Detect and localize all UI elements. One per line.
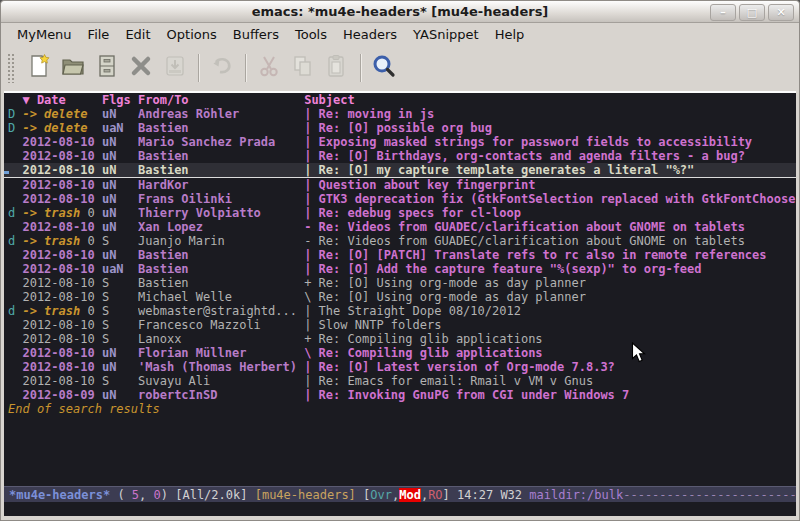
minibuffer-echo-area[interactable] — [4, 502, 796, 516]
column-date[interactable]: ▼ Date — [22, 93, 101, 107]
message-subject: | Re: [O] Latest version of Org-mode 7.8… — [304, 360, 796, 374]
message-row[interactable]: 2012-08-10 uN 'Mash (Thomas Herbert) | R… — [4, 360, 796, 374]
message-list: D -> delete uN Andreas Röhler | Re: movi… — [4, 107, 796, 402]
date-or-mark: 2012-08-10 — [22, 318, 101, 332]
message-row[interactable]: 2012-08-10 uN Bastien | Re: [O] my captu… — [4, 163, 796, 178]
modeline-segment-plain: ) [All/2.0k] — [161, 488, 255, 502]
search-button[interactable] — [367, 52, 401, 84]
menu-buffers[interactable]: Buffers — [225, 25, 287, 44]
end-of-search-results: End of search results — [4, 402, 796, 416]
open-folder-icon — [60, 53, 86, 83]
title-bar[interactable]: emacs: *mu4e-headers* [mu4e-headers] –□✕ — [1, 1, 799, 23]
message-row[interactable]: d -> trash 0 S Juanjo Marin - Re: Videos… — [4, 234, 796, 248]
menu-tools[interactable]: Tools — [287, 25, 335, 44]
message-from: Frans Oilinki — [138, 192, 304, 206]
modeline-segment-ovr: Ovr — [370, 488, 392, 502]
menu-bar: MyMenuFileEditOptionsBuffersToolsHeaders… — [1, 23, 799, 46]
modeline-segment-plain: , — [139, 488, 153, 502]
message-row[interactable]: 2012-08-10 S Michael Welle \ Re: [O] Usi… — [4, 290, 796, 304]
cut-icon — [256, 53, 282, 83]
copy-button — [286, 52, 320, 84]
message-row[interactable]: d -> trash 0 S webmaster@straightd... | … — [4, 304, 796, 318]
message-flags: uN — [102, 107, 138, 121]
mark-char — [8, 262, 22, 276]
mark-char — [8, 318, 22, 332]
message-flags: uN — [102, 248, 138, 262]
maximize-button[interactable]: □ — [739, 4, 765, 21]
message-row[interactable]: 2012-08-10 uaN Bastien | Re: [O] Add the… — [4, 262, 796, 276]
message-subject: | Re: [O] possible org bug — [304, 121, 796, 135]
message-from: Suvayu Ali — [138, 374, 304, 388]
message-row[interactable]: D -> delete uaN Bastien | Re: [O] possib… — [4, 121, 796, 135]
message-flags: uN — [102, 220, 138, 234]
mark-action: -> delete — [22, 121, 87, 135]
message-row[interactable]: 2012-08-10 uN Bastien | Re: [O] Birthday… — [4, 149, 796, 163]
message-from: Andreas Röhler — [138, 107, 304, 121]
menu-mymenu[interactable]: MyMenu — [9, 25, 80, 44]
modeline-segment-buffer: *mu4e-headers* — [9, 488, 110, 502]
message-subject: | Re: [O] Birthdays, org-contacts and ag… — [304, 149, 796, 163]
message-flags: uN — [102, 135, 138, 149]
date-or-mark: 2012-08-10 — [22, 276, 101, 290]
minimize-button[interactable]: – — [710, 4, 736, 21]
message-row[interactable]: 2012-08-10 uN Mario Sanchez Prada | Expo… — [4, 135, 796, 149]
date-or-mark: -> trash 0 — [22, 304, 101, 318]
column-subject[interactable]: Subject — [304, 93, 796, 107]
message-flags: S — [102, 318, 138, 332]
message-row[interactable]: 2012-08-10 uN Xan Lopez - Re: Videos fro… — [4, 220, 796, 234]
toolbar-grip-handle[interactable] — [7, 53, 16, 83]
date-or-mark: 2012-08-10 — [22, 220, 101, 234]
date-or-mark: 2012-08-10 — [22, 290, 101, 304]
menu-yasnippet[interactable]: YASnippet — [405, 25, 487, 44]
message-row[interactable]: D -> delete uN Andreas Röhler | Re: movi… — [4, 107, 796, 121]
message-row[interactable]: 2012-08-10 S Lanoxx + Re: Compiling glib… — [4, 332, 796, 346]
date-or-mark: -> trash 0 — [22, 234, 101, 248]
message-row[interactable]: 2012-08-10 S Francesco Mazzoli | Slow NN… — [4, 318, 796, 332]
message-from: webmaster@straightd... — [138, 304, 304, 318]
menu-headers[interactable]: Headers — [335, 25, 405, 44]
mark-char — [8, 248, 22, 262]
message-subject: | Re: edebug specs for cl-loop — [304, 206, 796, 220]
message-flags: S — [102, 332, 138, 346]
message-row[interactable]: 2012-08-10 S Bastien + Re: [O] Using org… — [4, 276, 796, 290]
date-or-mark: 2012-08-10 — [22, 332, 101, 346]
message-row[interactable]: 2012-08-09 uN robertcInSD | Re: Invoking… — [4, 388, 796, 402]
modeline-segment-plain: ] 14:27 W32 — [443, 488, 530, 502]
column-from-to[interactable]: From/To — [138, 93, 304, 107]
message-flags: uN — [102, 178, 138, 192]
message-row[interactable]: 2012-08-10 uN Florian Müllner \ Re: Comp… — [4, 346, 796, 360]
mark-char: d — [8, 304, 22, 318]
date-or-mark: 2012-08-10 — [22, 374, 101, 388]
new-file-button[interactable] — [22, 52, 56, 84]
menu-help[interactable]: Help — [487, 25, 533, 44]
menu-options[interactable]: Options — [159, 25, 225, 44]
mark-char — [8, 178, 22, 192]
mark-action: -> trash — [22, 304, 80, 318]
mark-suffix: 0 — [80, 304, 94, 318]
mode-line: *mu4e-headers* ( 5, 0) [All/2.0k] [mu4e-… — [4, 486, 796, 502]
date-or-mark: -> delete — [22, 107, 101, 121]
close-buffer-button[interactable] — [124, 52, 158, 84]
message-row[interactable]: 2012-08-10 uN Bastien | Re: [O] [PATCH] … — [4, 248, 796, 262]
message-subject: | Re: [O] Add the capture feature "%(sex… — [304, 262, 796, 276]
close-button[interactable]: ✕ — [768, 4, 794, 21]
file-cabinet-button[interactable] — [90, 52, 124, 84]
column-flags[interactable]: Flgs — [102, 93, 138, 107]
date-or-mark: 2012-08-09 — [22, 388, 101, 402]
message-flags: uN — [102, 206, 138, 220]
message-flags: uN — [102, 192, 138, 206]
open-folder-button[interactable] — [56, 52, 90, 84]
message-subject: \ Re: [O] Using org-mode as day planner — [304, 290, 796, 304]
menu-edit[interactable]: Edit — [117, 25, 158, 44]
message-row[interactable]: d -> trash 0 uN Thierry Volpiatto | Re: … — [4, 206, 796, 220]
message-row[interactable]: 2012-08-10 S Suvayu Ali | Re: Emacs for … — [4, 374, 796, 388]
search-icon — [371, 53, 397, 83]
new-file-icon — [26, 53, 52, 83]
message-from: robertcInSD — [138, 388, 304, 402]
modeline-segment-num: 5 — [132, 488, 139, 502]
message-row[interactable]: 2012-08-10 uN HardKor | Question about k… — [4, 178, 796, 192]
menu-file[interactable]: File — [80, 25, 118, 44]
message-subject: | Re: Emacs for email: Rmail v VM v Gnus — [304, 374, 796, 388]
cut-button — [252, 52, 286, 84]
message-row[interactable]: 2012-08-10 uN Frans Oilinki | GTK3 depre… — [4, 192, 796, 206]
